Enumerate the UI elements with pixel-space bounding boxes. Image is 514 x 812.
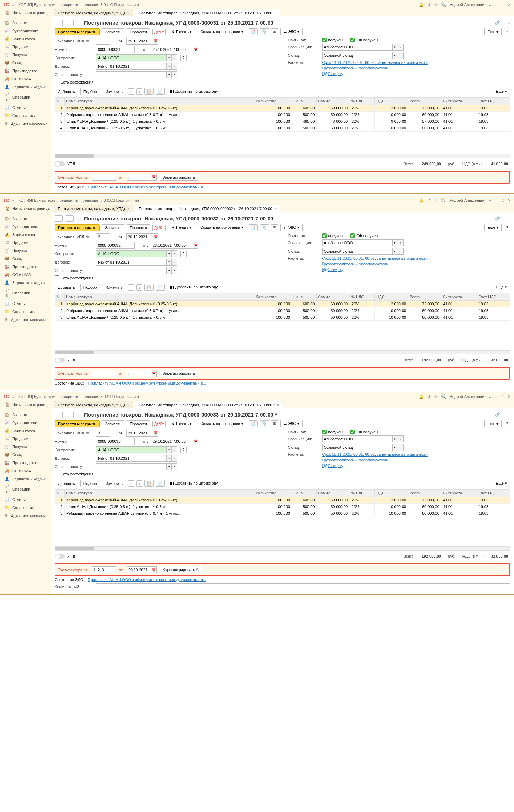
discrepancy-checkbox[interactable]: Есть расхождения [55,275,94,280]
sidebar-item[interactable]: 📊Отчеты [0,299,51,307]
sidebar-item[interactable]: 🏷Продажи [0,435,51,442]
sidebar-item[interactable]: 💰Банк и касса [0,35,51,43]
close-doc-icon[interactable]: × [508,216,510,221]
calendar-icon[interactable]: 📅 [193,438,198,445]
column-header[interactable]: Номенклатура [65,98,254,105]
sidebar-item[interactable]: ᴀ/ᴋОперации [0,483,51,495]
table-row[interactable]: 1Карбонад варено-копченый АШАН Деликатес… [55,105,510,112]
sidebar-item[interactable]: 📊Отчеты [0,495,51,504]
table-more-button[interactable]: Еще ▾ [493,88,510,95]
column-header[interactable]: Количество [254,98,292,105]
tab-list[interactable]: Поступление (акты, накладные, УПД) × [54,401,134,408]
calendar-icon[interactable]: 📅 [153,38,158,45]
bill-input[interactable] [96,463,166,470]
received-checkbox[interactable]: получен [322,38,343,42]
forward-button[interactable]: → [66,20,74,26]
settings-icon[interactable]: ≡ [489,394,491,399]
upd-toggle[interactable] [55,554,65,559]
discrepancy-checkbox[interactable]: Есть расхождения [55,80,94,84]
history-icon[interactable]: ↺ [427,198,431,203]
move-down-button[interactable]: ↓ [136,88,143,95]
sidebar-item[interactable]: 🏷Продажи [0,239,51,246]
table-row[interactable]: 4Шпик АШАН Домашний (0.25-0.5 кг), 1 упа… [55,125,510,132]
barcode-button[interactable]: ▮▮ Добавить по штрихкоду [167,480,221,487]
menu-icon[interactable]: ≡ [12,394,14,399]
search-icon[interactable]: 🔍 [441,198,446,203]
save-button[interactable]: Записать [102,224,124,231]
table-row[interactable]: 2Шпик АШАН Домашний (0.25-0.5 кг), 1 упа… [55,504,510,510]
move-up-button[interactable]: ↑ [128,88,134,95]
link-icon[interactable]: 🔗 [495,412,500,417]
dtdk-button[interactable]: Дт/Кт [152,29,166,35]
close-doc-icon[interactable]: × [508,412,510,417]
calendar-icon[interactable]: 📅 [153,233,158,240]
tab-list[interactable]: Поступление (акты, накладные, УПД) × [54,205,134,212]
invoice-date-input[interactable] [127,174,151,181]
maximize-icon[interactable]: □ [502,2,504,7]
settlement-link[interactable]: Срок 18.11.2021, 60.01, 60.02, зачет ава… [322,452,428,457]
close-icon[interactable]: ✕ [508,394,511,399]
calendar-icon[interactable]: 📅 [151,566,157,573]
contract-input[interactable] [96,259,166,266]
table-more-button[interactable]: Еще ▾ [493,480,510,487]
search-icon[interactable]: 🔍 [441,2,446,7]
sidebar-item[interactable]: 📈Руководителю [0,222,51,231]
star-icon[interactable]: ☆ [434,2,438,7]
sidebar-item[interactable]: 📦Склад [0,254,51,262]
mail-button[interactable]: ✉ [271,224,278,231]
home-tab[interactable]: 🏠 Начальная страница [2,9,53,16]
contractor-help-button[interactable]: ? [180,251,187,257]
paste-button[interactable]: 📄 [156,88,165,95]
column-header[interactable]: % НДС [350,293,375,301]
move-up-button[interactable]: ↑ [128,284,134,291]
shipper-link[interactable]: Грузоотправитель и грузополучатель [322,458,388,462]
post-button[interactable]: Провести [127,28,150,35]
column-header[interactable]: Счет НДС [477,293,510,301]
forward-button[interactable]: → [66,215,74,222]
sidebar-item[interactable]: 🛒Покупки [0,51,51,59]
scrollbar[interactable] [55,154,510,158]
close-icon[interactable]: ✕ [508,198,511,203]
table-row[interactable]: 3Шпик АШАН Домашний (0.25-0.5 кг), 1 упа… [55,118,510,125]
barcode-button[interactable]: ▮▮ Добавить по штрихкоду [167,284,221,291]
user-name[interactable]: Андрей Алексеевич [449,2,485,7]
move-down-button[interactable]: ↓ [136,284,143,291]
scrollbar[interactable] [55,546,510,551]
received-checkbox[interactable]: получен [322,233,343,238]
sidebar-item[interactable]: 📈Руководителю [0,419,51,427]
favorite-icon[interactable]: ☆ [76,215,81,222]
column-header[interactable]: Цена [292,98,317,105]
star-icon[interactable]: ☆ [434,394,438,399]
calendar-icon[interactable]: 📅 [151,370,157,377]
settlement-link[interactable]: Срок 14.11.2021, 60.01, 60.02, зачет ава… [322,60,428,65]
copy-button[interactable]: 📋 [144,480,154,487]
close-doc-icon[interactable]: × [508,20,510,25]
column-header[interactable]: Цена [292,293,317,301]
move-up-button[interactable]: ↑ [128,480,134,487]
docs-button[interactable]: 📑 [249,420,258,427]
maximize-icon[interactable]: □ [502,198,504,202]
number-input[interactable] [96,46,135,53]
attach-button[interactable]: 📎 [260,28,269,35]
edo-button[interactable]: ⇄ ЭДО ▾ [280,420,303,427]
contract-input[interactable] [96,455,166,462]
column-header[interactable]: Сумма [317,293,350,301]
add-row-button[interactable]: Добавить [55,284,78,291]
nds-link[interactable]: НДС сверху [322,72,344,76]
store-input[interactable] [322,444,392,451]
pick-button[interactable]: Подбор [80,88,100,95]
contractor-help-button[interactable]: ? [180,447,187,453]
table-row[interactable]: 2Ребрышки варено-копченые АШАН свиные (0… [55,307,510,314]
tab-close-icon[interactable]: × [127,403,129,407]
sidebar-item[interactable]: 📦Склад [0,451,51,459]
upd-no-input[interactable] [96,233,110,240]
help-button[interactable]: ? [504,225,510,231]
sidebar-item[interactable]: 🏠Главное [0,214,51,222]
settings-icon[interactable]: ≡ [489,198,491,202]
org-input[interactable] [322,44,392,51]
menu-icon[interactable]: ≡ [12,198,14,202]
sidebar-item[interactable]: ᴀ/ᴋОперации [0,91,51,104]
bell-icon[interactable]: 🔔 [419,394,424,399]
pick-button[interactable]: Подбор [80,284,100,291]
add-row-button[interactable]: Добавить [55,480,78,487]
